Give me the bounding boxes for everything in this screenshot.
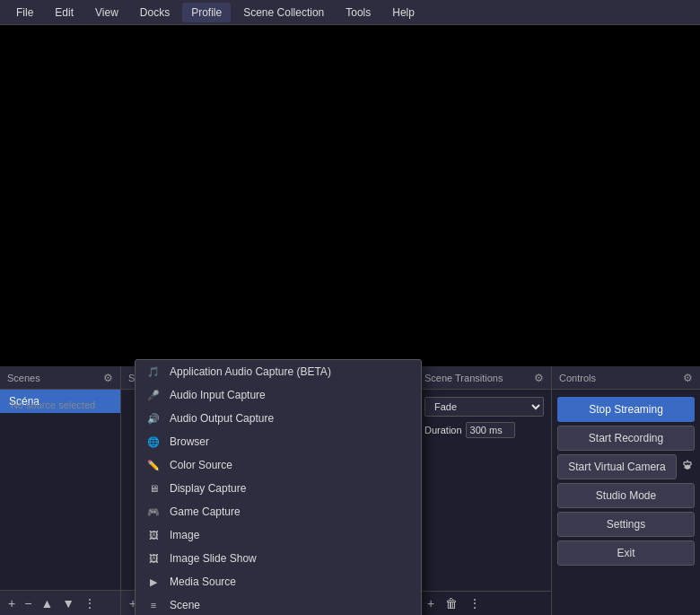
scenes-label: Scenes xyxy=(7,373,40,383)
menu-item-audio-input[interactable]: 🎤 Audio Input Capture xyxy=(136,383,421,407)
scenes-up-icon[interactable]: ▲ xyxy=(38,595,56,611)
menu-item-browser[interactable]: 🌐 Browser xyxy=(136,430,421,453)
transition-type-row: Fade Cut Swipe xyxy=(424,397,544,417)
scenes-more-icon[interactable]: ⋮ xyxy=(81,595,99,611)
transitions-header: Scene Transitions ⚙ xyxy=(417,366,551,390)
menu-edit[interactable]: Edit xyxy=(46,3,83,22)
transitions-settings-icon[interactable]: ⚙ xyxy=(534,372,544,384)
browser-icon: 🌐 xyxy=(146,435,161,449)
display-capture-icon: 🖥 xyxy=(146,481,161,496)
controls-header: Controls ⚙ xyxy=(552,366,700,390)
browser-label: Browser xyxy=(170,435,209,448)
duration-input[interactable] xyxy=(466,422,515,438)
transition-type-select[interactable]: Fade Cut Swipe xyxy=(424,397,544,417)
transitions-panel: Scene Transitions ⚙ Fade Cut Swipe Durat… xyxy=(417,366,552,615)
scenes-settings-icon[interactable]: ⚙ xyxy=(103,372,113,384)
menu-item-display-capture[interactable]: 🖥 Display Capture xyxy=(136,477,421,500)
stop-streaming-button[interactable]: Stop Streaming xyxy=(557,397,695,422)
menu-item-media-source[interactable]: ▶ Media Source xyxy=(136,570,421,593)
transitions-delete-icon[interactable]: 🗑 xyxy=(442,595,460,611)
app-audio-label: Application Audio Capture (BETA) xyxy=(170,365,331,378)
controls-content: Stop Streaming Start Recording Start Vir… xyxy=(552,390,700,573)
color-source-icon: ✏️ xyxy=(146,458,161,472)
menu-item-color-source[interactable]: ✏️ Color Source xyxy=(136,453,421,477)
image-slideshow-icon: 🖼 xyxy=(146,551,161,566)
menu-item-audio-output[interactable]: 🔊 Audio Output Capture xyxy=(136,407,421,430)
menubar: File Edit View Docks Profile Scene Colle… xyxy=(0,0,700,25)
menu-tools[interactable]: Tools xyxy=(337,3,380,22)
menu-item-app-audio[interactable]: 🎵 Application Audio Capture (BETA) xyxy=(136,360,421,383)
audio-input-label: Audio Input Capture xyxy=(170,389,266,401)
controls-panel: Controls ⚙ Stop Streaming Start Recordin… xyxy=(552,366,700,615)
duration-row: Duration xyxy=(424,422,544,438)
menu-docks[interactable]: Docks xyxy=(131,3,179,22)
audio-output-label: Audio Output Capture xyxy=(170,412,274,425)
menu-profile[interactable]: Profile xyxy=(182,3,231,22)
menu-item-image-slideshow[interactable]: 🖼 Image Slide Show xyxy=(136,547,421,570)
exit-button[interactable]: Exit xyxy=(557,540,695,566)
transitions-footer: + 🗑 ⋮ xyxy=(417,591,551,615)
scenes-header-icons: ⚙ xyxy=(103,372,113,384)
scenes-add-icon[interactable]: + xyxy=(5,595,18,611)
no-source-label: No source selected xyxy=(11,400,95,410)
controls-label: Controls xyxy=(559,373,596,383)
transitions-content: Fade Cut Swipe Duration xyxy=(417,390,551,445)
scenes-remove-icon[interactable]: − xyxy=(22,595,34,611)
image-label: Image xyxy=(170,529,199,541)
display-capture-label: Display Capture xyxy=(170,482,246,495)
studio-mode-button[interactable]: Studio Mode xyxy=(557,483,695,508)
scene-icon: ≡ xyxy=(146,598,161,612)
start-recording-button[interactable]: Start Recording xyxy=(557,426,695,451)
menu-scene-collection[interactable]: Scene Collection xyxy=(234,3,333,22)
duration-label: Duration xyxy=(424,425,462,435)
controls-settings-icon[interactable]: ⚙ xyxy=(683,372,693,384)
media-source-label: Media Source xyxy=(170,575,236,588)
transitions-more-icon[interactable]: ⋮ xyxy=(466,595,484,611)
transitions-label: Scene Transitions xyxy=(424,373,503,383)
menu-item-game-capture[interactable]: 🎮 Game Capture xyxy=(136,500,421,523)
menu-help[interactable]: Help xyxy=(383,3,424,22)
scenes-footer: + − ▲ ▼ ⋮ xyxy=(0,590,120,615)
audio-input-icon: 🎤 xyxy=(146,388,161,402)
settings-button[interactable]: Settings xyxy=(557,512,695,537)
image-slideshow-label: Image Slide Show xyxy=(170,552,257,565)
audio-output-icon: 🔊 xyxy=(146,411,161,426)
scene-label: Scene xyxy=(170,599,200,611)
scenes-down-icon[interactable]: ▼ xyxy=(59,595,77,611)
menu-view[interactable]: View xyxy=(86,3,127,22)
transitions-add-icon[interactable]: + xyxy=(424,595,437,611)
menu-item-image[interactable]: 🖼 Image xyxy=(136,523,421,547)
app-audio-icon: 🎵 xyxy=(146,365,161,379)
image-icon: 🖼 xyxy=(146,528,161,542)
game-capture-label: Game Capture xyxy=(170,505,241,518)
context-menu: 🎵 Application Audio Capture (BETA) 🎤 Aud… xyxy=(135,359,422,615)
scenes-header: Scenes ⚙ xyxy=(0,366,120,390)
menu-item-scene[interactable]: ≡ Scene xyxy=(136,593,421,615)
menu-file[interactable]: File xyxy=(7,3,42,22)
preview-area xyxy=(0,25,700,366)
media-source-icon: ▶ xyxy=(146,575,161,589)
game-capture-icon: 🎮 xyxy=(146,505,161,519)
start-virtual-camera-button[interactable]: Start Virtual Camera xyxy=(557,454,677,479)
color-source-label: Color Source xyxy=(170,459,232,471)
virtual-camera-gear-icon[interactable] xyxy=(680,460,695,474)
